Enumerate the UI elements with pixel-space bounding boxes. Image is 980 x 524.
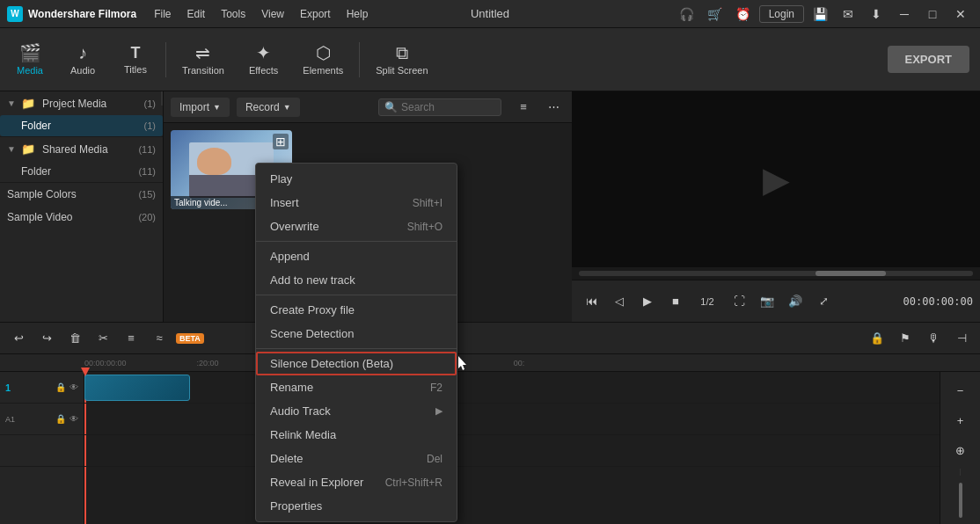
mail-icon[interactable]: ✉ (836, 4, 860, 25)
ctx-scene-detection[interactable]: Scene Detection (256, 322, 457, 346)
audio-settings-button[interactable]: ≡ (120, 327, 143, 350)
ctx-reveal-shortcut: Ctrl+Shift+R (385, 477, 442, 489)
maximize-button[interactable]: □ (920, 4, 945, 25)
ctx-audio-track[interactable]: Audio Track ▶ (256, 399, 457, 423)
play-button[interactable]: ▶ (635, 289, 660, 314)
shared-folder-label: Folder (21, 165, 51, 178)
timeline-right-controls: − + ⊕ (940, 372, 980, 524)
split-button[interactable]: ⊣ (950, 327, 973, 350)
zoom-in-button[interactable]: + (949, 409, 972, 432)
ctx-relink-media[interactable]: Relink Media (256, 423, 457, 447)
folder-count: (1) (144, 120, 156, 131)
toolbar-titles-label: Titles (124, 64, 147, 75)
ctx-play[interactable]: Play (256, 167, 457, 191)
grid-view-button[interactable]: ⋯ (542, 96, 565, 119)
menu-view[interactable]: View (254, 6, 291, 22)
record-chevron-icon: ▼ (283, 103, 291, 112)
ctx-rename[interactable]: Rename F2 (256, 375, 457, 399)
toolbar-transition[interactable]: ⇌ Transition (170, 39, 237, 81)
track-row-3 (84, 435, 940, 467)
sidebar-header-shared-media[interactable]: ▼ 📁 Shared Media (11) (0, 137, 163, 161)
filter-button[interactable]: ≡ (512, 96, 535, 119)
delete-button[interactable]: 🗑 (63, 327, 86, 350)
record-button[interactable]: Record ▼ (237, 98, 300, 117)
ctx-reveal-in-explorer[interactable]: Reveal in Explorer Ctrl+Shift+R (256, 470, 457, 494)
prev-frame-button[interactable]: ⏮ (579, 289, 603, 314)
undo-button[interactable]: ↩ (7, 327, 30, 350)
menu-edit[interactable]: Edit (179, 6, 212, 22)
preview-scrollbar[interactable] (579, 271, 973, 276)
toolbar-elements[interactable]: ⬡ Elements (290, 39, 355, 81)
ctx-add-to-new-track[interactable]: Add to new track (256, 268, 457, 292)
ctx-create-proxy[interactable]: Create Proxy file (256, 298, 457, 322)
track-2-eye-icon[interactable]: 👁 (69, 414, 78, 424)
headset-icon[interactable]: 🎧 (675, 4, 699, 25)
stop-button[interactable]: ■ (663, 289, 688, 314)
import-button[interactable]: Import ▼ (171, 98, 230, 117)
toolbar-splitscreen[interactable]: ⧉ Split Screen (363, 39, 440, 81)
save-icon[interactable]: 💾 (808, 4, 832, 25)
track-clip-1[interactable] (84, 375, 190, 401)
ruler-mark-1: :20:00 (197, 359, 219, 368)
track-2-info: A1 (5, 415, 15, 424)
cart-icon[interactable]: 🛒 (703, 4, 728, 25)
media-icon: 🎬 (19, 44, 41, 62)
toolbar-audio[interactable]: ♪ Audio (56, 39, 109, 81)
redo-button[interactable]: ↪ (35, 327, 58, 350)
toolbar-media[interactable]: 🎬 Media (4, 39, 56, 81)
preview-scrollbar-thumb[interactable] (815, 271, 886, 276)
ctx-silence-detection[interactable]: Silence Detection (Beta) (256, 352, 457, 375)
sidebar-item-sample-video[interactable]: Sample Video (20) (0, 206, 163, 229)
vertical-scrollbar[interactable] (959, 483, 962, 518)
cut-button[interactable]: ✂ (91, 327, 114, 350)
menu-export[interactable]: Export (293, 6, 338, 22)
export-button[interactable]: EXPORT (888, 46, 969, 73)
fullscreen-button[interactable]: ⛶ (727, 289, 751, 314)
add-track-button[interactable]: ⊕ (949, 439, 972, 462)
waveform-button[interactable]: ≈ (148, 327, 171, 350)
ctx-append[interactable]: Append (256, 244, 457, 268)
track-visible-icon[interactable]: 👁 (69, 382, 78, 392)
ctx-overwrite-shortcut: Shift+O (407, 221, 442, 233)
snap-button[interactable]: 🔒 (866, 327, 889, 350)
audio-icon: ♪ (78, 44, 87, 62)
expand-button[interactable]: ⤢ (811, 289, 836, 314)
menu-file[interactable]: File (147, 6, 178, 22)
track-2-lock-icon[interactable]: 🔒 (55, 414, 66, 424)
sidebar-header-project-media[interactable]: ▼ 📁 Project Media (1) (0, 91, 163, 115)
clock-icon[interactable]: ⏰ (731, 4, 756, 25)
import-label: Import (179, 101, 209, 113)
search-icon: 🔍 (384, 101, 398, 113)
search-input[interactable] (401, 101, 495, 113)
zoom-out-button[interactable]: − (949, 379, 972, 402)
snapshot-button[interactable]: 📷 (755, 289, 779, 314)
sidebar-item-folder[interactable]: Folder (1) (0, 115, 163, 136)
ctx-scene-detection-label: Scene Detection (270, 327, 354, 340)
search-box[interactable]: 🔍 (378, 98, 501, 116)
download-icon[interactable]: ⬇ (864, 4, 889, 25)
minimize-button[interactable]: ─ (892, 4, 917, 25)
toolbar-titles[interactable]: T Titles (109, 40, 162, 80)
close-button[interactable]: ✕ (948, 4, 973, 25)
ctx-insert[interactable]: Insert Shift+I (256, 191, 457, 215)
menu-tools[interactable]: Tools (214, 6, 252, 22)
ctx-properties[interactable]: Properties (256, 494, 457, 518)
mic-button[interactable]: 🎙 (922, 327, 945, 350)
step-back-button[interactable]: ◁ (607, 289, 632, 314)
sidebar-item-shared-folder[interactable]: Folder (11) (0, 161, 163, 182)
sidebar-item-sample-colors[interactable]: Sample Colors (15) (0, 183, 163, 206)
menu-help[interactable]: Help (340, 6, 376, 22)
preview-placeholder: ▶ (763, 159, 790, 200)
volume-icon[interactable]: 🔊 (783, 289, 808, 314)
ctx-properties-label: Properties (270, 499, 322, 513)
ctx-play-label: Play (270, 172, 292, 186)
toolbar-effects[interactable]: ✦ Effects (237, 39, 290, 81)
login-button[interactable]: Login (759, 5, 804, 23)
marker-button[interactable]: ⚑ (894, 327, 917, 350)
ctx-delete[interactable]: Delete Del (256, 447, 457, 470)
ctx-overwrite[interactable]: Overwrite Shift+O (256, 215, 457, 238)
lock-icon[interactable]: 🔒 (55, 382, 66, 392)
app-logo: W Wondershare Filmora (7, 6, 136, 22)
toolbar-elements-label: Elements (303, 65, 343, 76)
playback-rate[interactable]: 1/2 (691, 289, 723, 314)
